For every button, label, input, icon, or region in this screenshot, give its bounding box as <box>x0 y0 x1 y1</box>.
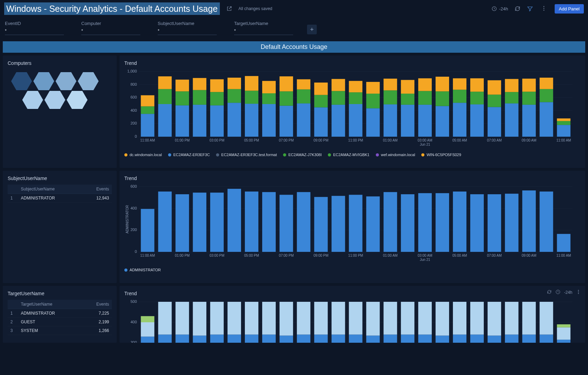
svg-rect-16 <box>141 114 154 137</box>
table-row[interactable]: 1 ADMINISTRATOR 7,225 <box>8 309 112 318</box>
table-row[interactable]: 2 GUEST 2,199 <box>8 318 112 326</box>
legend-item[interactable]: EC2AMAZ-ER3EF3C <box>168 153 210 157</box>
section-banner: Default Accounts Usage <box>3 41 585 53</box>
svg-rect-85 <box>540 102 553 137</box>
svg-rect-46 <box>314 107 328 137</box>
svg-rect-88 <box>557 125 571 137</box>
svg-text:400: 400 <box>131 206 137 210</box>
svg-text:11:00 PM: 11:00 PM <box>348 138 363 142</box>
filter-input[interactable] <box>5 27 64 35</box>
svg-rect-23 <box>175 91 189 105</box>
more-menu-icon[interactable] <box>539 5 548 12</box>
svg-rect-40 <box>280 106 293 137</box>
add-panel-button[interactable]: Add Panel <box>555 4 584 14</box>
hex-cell[interactable] <box>78 72 99 90</box>
panel-title: Computers <box>8 60 112 66</box>
filter-input[interactable] <box>158 27 217 35</box>
table-row[interactable]: 1 ADMINISTRATOR 12,943 <box>8 194 112 203</box>
hex-cell[interactable] <box>44 91 65 109</box>
chart-legend: ADMINISTRATOR <box>124 268 580 272</box>
svg-rect-230 <box>522 302 536 334</box>
svg-text:Jun 21: Jun 21 <box>420 143 430 146</box>
legend-item[interactable]: EC2AMAZ-ER3EF3C.test.format <box>216 153 277 157</box>
svg-text:600: 600 <box>131 185 137 188</box>
svg-rect-43 <box>297 103 310 137</box>
filter-label: EventID <box>5 21 64 26</box>
svg-text:600: 600 <box>131 95 137 99</box>
svg-rect-42 <box>280 76 293 91</box>
svg-rect-18 <box>141 95 154 106</box>
svg-rect-33 <box>227 78 241 89</box>
filter-label: Computer <box>81 21 140 26</box>
cell-name: SYSTEM <box>18 326 82 335</box>
filter-subjectusername: SubjectUserName <box>158 21 217 35</box>
svg-rect-37 <box>262 104 276 137</box>
col-header[interactable]: Events <box>82 300 112 309</box>
panel-time-label[interactable]: -24h <box>564 290 572 295</box>
cell-count: 2,199 <box>82 318 112 326</box>
panel-title: SubjectUserName <box>8 176 112 181</box>
legend-item[interactable]: ADMINISTRATOR <box>124 268 161 272</box>
svg-rect-133 <box>470 194 484 252</box>
hex-chart[interactable] <box>8 69 112 128</box>
refresh-icon[interactable] <box>514 6 521 12</box>
svg-rect-172 <box>193 335 206 343</box>
bar-chart[interactable]: 30040050011:00 AM01:00 PM03:00 PM05:00 P… <box>124 300 580 343</box>
svg-text:200: 200 <box>131 228 137 232</box>
hex-cell[interactable] <box>33 72 54 90</box>
svg-text:01:00 PM: 01:00 PM <box>175 138 190 142</box>
clock-icon[interactable] <box>555 289 561 296</box>
svg-text:400: 400 <box>131 108 137 112</box>
row-index: 3 <box>8 326 18 335</box>
page-title[interactable]: Windows - Security Analytics - Default A… <box>4 2 220 15</box>
svg-rect-83 <box>522 92 536 105</box>
svg-text:11:00 AM: 11:00 AM <box>140 254 155 257</box>
row-index: 1 <box>8 194 18 203</box>
svg-rect-56 <box>366 94 380 108</box>
add-filter-button[interactable]: + <box>307 25 317 34</box>
more-menu-icon[interactable] <box>576 289 581 296</box>
bar-chart[interactable]: 0200400600ADMINISTRATOR11:00 AM01:00 PM0… <box>124 185 580 264</box>
svg-rect-73 <box>470 104 484 137</box>
hex-cell[interactable] <box>11 72 32 90</box>
col-header[interactable]: Events <box>82 185 112 194</box>
table-row[interactable]: 3 SYSTEM 1,266 <box>8 326 112 335</box>
hex-cell[interactable] <box>22 91 43 109</box>
svg-rect-220 <box>470 334 484 343</box>
share-icon[interactable] <box>226 6 232 12</box>
col-header[interactable]: TargetUserName <box>18 300 82 309</box>
svg-rect-229 <box>522 334 536 343</box>
legend-item[interactable]: WIN-6C5PO5FS029 <box>421 153 461 157</box>
svg-point-2 <box>544 8 544 8</box>
svg-rect-55 <box>366 108 380 137</box>
legend-item[interactable]: dc.windomain.local <box>124 153 162 157</box>
filter-input[interactable] <box>81 27 140 35</box>
time-range-label: -24h <box>499 6 508 11</box>
legend-item[interactable]: EC2AMAZ-J7K308I <box>283 153 322 157</box>
legend-item[interactable]: EC2AMAZ-MVIGBK1 <box>328 153 370 157</box>
svg-rect-185 <box>262 302 276 334</box>
svg-rect-191 <box>297 302 310 334</box>
svg-rect-60 <box>383 79 397 91</box>
hex-cell[interactable] <box>56 72 76 90</box>
bar-chart[interactable]: 02004006008001,00011:00 AM01:00 PM03:00 … <box>124 69 580 149</box>
legend-item[interactable]: wef.windomain.local <box>376 153 415 157</box>
panel-computers: Computers <box>3 56 117 168</box>
svg-text:11:00 PM: 11:00 PM <box>348 254 363 257</box>
svg-rect-50 <box>332 91 345 104</box>
svg-rect-165 <box>141 316 154 322</box>
svg-text:Jun 21: Jun 21 <box>420 258 430 262</box>
filter-icon[interactable] <box>527 6 533 12</box>
svg-point-1 <box>544 6 544 7</box>
col-header[interactable]: SubjectUserName <box>18 185 82 194</box>
svg-text:11:00 AM: 11:00 AM <box>556 254 571 257</box>
svg-rect-75 <box>470 78 484 92</box>
svg-rect-134 <box>488 194 501 252</box>
refresh-icon[interactable] <box>547 289 552 296</box>
svg-rect-70 <box>453 103 466 137</box>
svg-rect-236 <box>557 327 571 340</box>
filter-input[interactable] <box>234 27 293 35</box>
time-range-selector[interactable]: -24h <box>491 6 508 11</box>
svg-rect-224 <box>488 302 501 335</box>
hex-cell[interactable] <box>67 91 88 109</box>
